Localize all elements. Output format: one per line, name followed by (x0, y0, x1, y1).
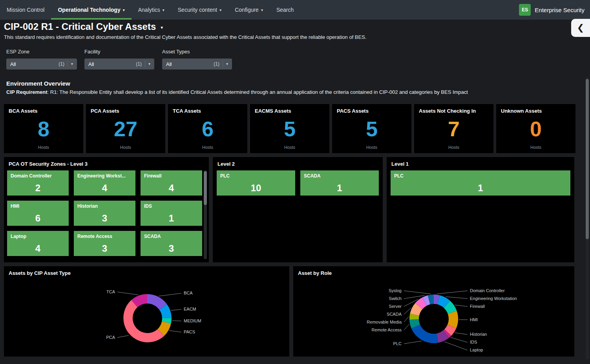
zone-tile-domain-controller[interactable]: Domain Controller2 (7, 170, 69, 196)
zone-tile-grid-level-2: PLC10SCADA1 (217, 170, 379, 196)
nav-item-label: Mission Control (7, 7, 44, 13)
zone-tile-value: 1 (391, 183, 570, 194)
leader-line (169, 331, 181, 332)
page-scrollbar-thumb[interactable] (586, 79, 589, 239)
nav-item-security-content[interactable]: Security content▾ (171, 0, 228, 20)
chart-label-domain-controller: Domain Controller (470, 288, 505, 293)
kpi-value: 8 (4, 118, 83, 139)
chart-label-hmi: HMI (470, 317, 478, 322)
nav-item-analytics[interactable]: Analytics▾ (132, 0, 171, 20)
kpi-value: 6 (168, 118, 247, 139)
chevron-down-icon: ▾ (223, 61, 228, 67)
kpi-unit: Hosts (250, 145, 329, 150)
panel-title: PCA OT Security Zones - Level 3 (4, 157, 209, 170)
chart-label-syslog: Syslog (389, 288, 402, 293)
zone-tile-label: Historian (77, 203, 133, 209)
chevron-down-icon: ▾ (68, 61, 73, 67)
panel-scrollbar-thumb[interactable] (204, 171, 207, 205)
leader-line (159, 293, 181, 296)
chart-label-bca: BCA (184, 291, 193, 295)
leader-line (455, 333, 468, 334)
zone-tile-scada[interactable]: SCADA3 (141, 231, 202, 256)
leader-line (446, 297, 468, 299)
nav-item-operational-technology[interactable]: Operational Technology▾ (51, 0, 131, 20)
zone-tile-historian[interactable]: Historian3 (74, 201, 135, 226)
zone-tile-label: SCADA (144, 234, 200, 239)
kpi-pca-assets[interactable]: PCA Assets27Hosts (86, 104, 165, 153)
brand-name: Enterprise Security (535, 7, 585, 13)
kpi-bca-assets[interactable]: BCA Assets8Hosts (4, 104, 83, 153)
page-scrollbar-track[interactable] (586, 77, 589, 359)
panel-assets-by-cip-asset-type: Assets by CIP Asset Type TCAPCABCAEACMME… (4, 266, 289, 357)
zone-tile-value: 3 (141, 243, 202, 254)
chart-label-eacm: EACM (184, 307, 196, 311)
leader-line (437, 291, 468, 294)
zone-tile-plc[interactable]: PLC1 (391, 170, 570, 196)
zone-tile-value: 2 (7, 183, 69, 194)
zone-tile-label: HMI (11, 203, 66, 209)
zone-tile-engineering-workst[interactable]: Engineering Workst...4 (74, 170, 135, 196)
kpi-unit: Hosts (332, 145, 411, 150)
zone-tile-value: 3 (74, 213, 135, 224)
filter-selected-value: All (166, 61, 214, 67)
zone-tile-remote-access[interactable]: Remote Access3 (74, 231, 135, 256)
chart-title: Assets by CIP Asset Type (4, 266, 289, 279)
chart-label-engineering-workstation: Engineering Workstation (470, 296, 517, 301)
app-root: Mission ControlOperational Technology▾An… (0, 0, 590, 364)
filter-count-badge: (1) (58, 61, 64, 67)
chart-label-pacs: PACS (184, 329, 195, 334)
nav-item-label: Configure (235, 7, 259, 13)
kpi-eacms-assets[interactable]: EACMS Assets5Hosts (250, 104, 329, 153)
zone-tile-value: 10 (217, 183, 295, 194)
kpi-value: 5 (250, 118, 329, 139)
kpi-title: BCA Assets (9, 108, 80, 114)
donut-segment-plc[interactable] (411, 325, 438, 343)
filter-label: Asset Types (162, 49, 232, 55)
kpi-assets-not-checking-in[interactable]: Assets Not Checking In7Hosts (414, 104, 493, 153)
kpi-tca-assets[interactable]: TCA Assets6Hosts (168, 104, 247, 153)
chevron-down-icon: ▾ (123, 8, 125, 12)
page-description: This standard requires identification an… (4, 34, 367, 40)
zone-tile-laptop[interactable]: Laptop4 (7, 231, 69, 256)
chart-label-remote-access: Remote Access (372, 327, 402, 332)
kpi-unknown-assets[interactable]: Unknown Assets0Hosts (496, 104, 575, 153)
zone-tile-hmi[interactable]: HMI6 (7, 201, 69, 226)
zone-tile-ids[interactable]: IDS1 (141, 201, 202, 226)
zone-tile-value: 3 (74, 243, 135, 254)
cip-requirement-text: CIP Requirement: R1: The Responsible Ent… (6, 89, 468, 95)
enterprise-security-logo-icon: ES (519, 4, 531, 16)
leader-line (171, 309, 181, 311)
chart-label-tca: TCA (106, 289, 115, 294)
page-header: CIP-002 R1 - Critical Cyber Assets ▾ (4, 21, 163, 32)
nav-item-mission-control[interactable]: Mission Control (0, 0, 51, 20)
facility-dropdown[interactable]: All(1)▾ (84, 59, 154, 70)
zone-tile-scada[interactable]: SCADA1 (300, 170, 379, 196)
zone-tile-firewall[interactable]: Firewall4 (141, 170, 202, 196)
zone-tile-value: 4 (7, 243, 69, 254)
zone-tile-label: PLC (394, 173, 568, 179)
zone-tile-label: IDS (144, 203, 200, 209)
leader-line (404, 324, 409, 330)
filter-selected-value: All (10, 61, 58, 67)
kpi-pacs-assets[interactable]: PACS Assets5Hosts (332, 104, 411, 153)
zone-tile-plc[interactable]: PLC10 (217, 170, 295, 196)
brand: ES Enterprise Security (519, 0, 585, 20)
nav-item-configure[interactable]: Configure▾ (228, 0, 270, 20)
cip-requirement-label: CIP Requirement (6, 89, 47, 95)
nav-items: Mission ControlOperational Technology▾An… (0, 0, 300, 20)
title-dropdown-caret-icon[interactable]: ▾ (161, 23, 163, 30)
zone-tile-value: 6 (7, 213, 69, 224)
nav-item-search[interactable]: Search (270, 0, 300, 20)
esp-zone-dropdown[interactable]: All(1)▾ (6, 59, 77, 70)
zone-tile-grid-level-3: Domain Controller2Engineering Workst...4… (7, 170, 209, 256)
panel-title: Level 1 (387, 157, 574, 170)
collapse-panel-button[interactable]: ❮ (571, 19, 590, 37)
zone-tile-label: Laptop (11, 234, 66, 239)
panel-title: Level 2 (213, 157, 383, 170)
filter-label: ESP Zone (6, 49, 77, 55)
chevron-down-icon: ▾ (261, 8, 263, 12)
panel-scrollbar-track[interactable] (204, 170, 207, 259)
kpi-value: 7 (414, 118, 493, 139)
asset-types-dropdown[interactable]: All(1)▾ (162, 59, 232, 70)
leader-line (117, 335, 129, 337)
